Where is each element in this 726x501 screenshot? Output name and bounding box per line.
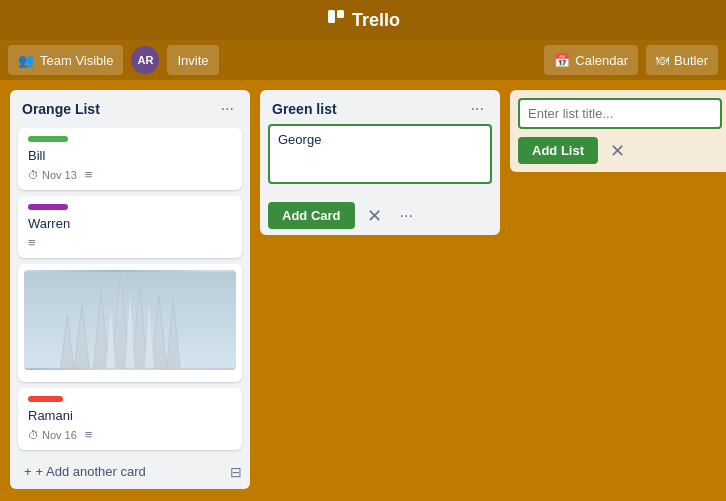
card-image-content: [24, 270, 236, 370]
green-list-menu-button[interactable]: ···: [467, 98, 488, 120]
card-bill-desc-icon: ≡: [85, 167, 93, 182]
more-options-button[interactable]: ···: [394, 205, 419, 227]
card-ramani-date: ⏱ Nov 16: [28, 429, 77, 441]
calendar-icon: 📅: [554, 53, 570, 68]
svg-rect-1: [337, 10, 344, 18]
card-bill-date: ⏱ Nov 13: [28, 169, 77, 181]
green-list-header: Green list ···: [260, 90, 500, 124]
card-ramani[interactable]: Ramani ⏱ Nov 16 ≡: [18, 388, 242, 450]
clock-icon-2: ⏱: [28, 429, 39, 441]
card-image[interactable]: [18, 264, 242, 382]
butler-icon: 🍽: [656, 53, 669, 68]
butler-label: Butler: [674, 53, 708, 68]
new-list-title-input[interactable]: [518, 98, 722, 129]
cancel-list-button[interactable]: ✕: [604, 138, 631, 164]
card-ramani-desc-icon: ≡: [85, 427, 93, 442]
card-warren-label: [28, 204, 68, 210]
plus-icon: +: [24, 464, 32, 479]
orange-list: Orange List ··· Bill ⏱ Nov 13 ≡ ➜: [10, 90, 250, 489]
template-icon: ⊟: [230, 464, 242, 480]
board-area: Orange List ··· Bill ⏱ Nov 13 ≡ ➜: [0, 80, 726, 501]
invite-label: Invite: [177, 53, 208, 68]
orange-list-menu-button[interactable]: ···: [217, 98, 238, 120]
team-visible-button[interactable]: 👥 Team Visible: [8, 45, 123, 75]
card-bill[interactable]: Bill ⏱ Nov 13 ≡ ➜: [18, 128, 242, 190]
board-nav-left: 👥 Team Visible AR Invite: [8, 45, 536, 75]
cancel-card-button[interactable]: ✕: [361, 203, 388, 229]
card-ramani-label: [28, 396, 63, 402]
orange-list-header: Orange List ···: [10, 90, 250, 124]
orange-list-footer: + + Add another card ⊟: [10, 454, 250, 489]
add-list-button[interactable]: Add List: [518, 137, 598, 164]
board-nav: 👥 Team Visible AR Invite 📅 Calendar 🍽 Bu…: [0, 40, 726, 80]
new-list-container: Add List ✕: [510, 90, 726, 172]
trello-logo: Trello: [326, 8, 400, 33]
card-warren-title: Warren: [28, 216, 232, 231]
clock-icon: ⏱: [28, 169, 39, 181]
card-bill-label: [28, 136, 68, 142]
team-visible-icon: 👥: [18, 53, 34, 68]
butler-button[interactable]: 🍽 Butler: [646, 45, 718, 75]
card-bill-meta: ⏱ Nov 13 ≡: [28, 167, 232, 182]
card-warren[interactable]: Warren ≡ ➜: [18, 196, 242, 258]
calendar-button[interactable]: 📅 Calendar: [544, 45, 638, 75]
avatar-initials: AR: [138, 54, 154, 66]
orange-list-title: Orange List: [22, 101, 100, 117]
card-input-area: George: [268, 124, 492, 188]
invite-button[interactable]: Invite: [167, 45, 218, 75]
svg-rect-0: [328, 10, 335, 23]
add-card-button[interactable]: Add Card: [268, 202, 355, 229]
orange-list-body: Bill ⏱ Nov 13 ≡ ➜ Warren ≡: [10, 124, 250, 454]
card-title-input[interactable]: George: [268, 124, 492, 184]
avatar[interactable]: AR: [131, 46, 159, 74]
green-list: Green list ··· George Add Card ✕ ···: [260, 90, 500, 235]
orange-add-card-link[interactable]: + + Add another card: [18, 460, 152, 483]
board-nav-right: 📅 Calendar 🍽 Butler: [544, 45, 718, 75]
card-warren-desc-icon: ≡: [28, 235, 36, 250]
new-list-actions: Add List ✕: [518, 137, 722, 164]
green-list-title: Green list: [272, 101, 337, 117]
team-visible-label: Team Visible: [40, 53, 113, 68]
calendar-label: Calendar: [575, 53, 628, 68]
card-bill-title: Bill: [28, 148, 232, 163]
add-card-text: + Add another card: [36, 464, 146, 479]
trello-logo-text: Trello: [352, 10, 400, 31]
card-add-actions: Add Card ✕ ···: [260, 196, 500, 235]
card-ramani-meta: ⏱ Nov 16 ≡: [28, 427, 232, 442]
trello-logo-icon: [326, 8, 346, 33]
card-ramani-title: Ramani: [28, 408, 232, 423]
trello-header: Trello: [0, 0, 726, 40]
card-warren-meta: ≡: [28, 235, 232, 250]
